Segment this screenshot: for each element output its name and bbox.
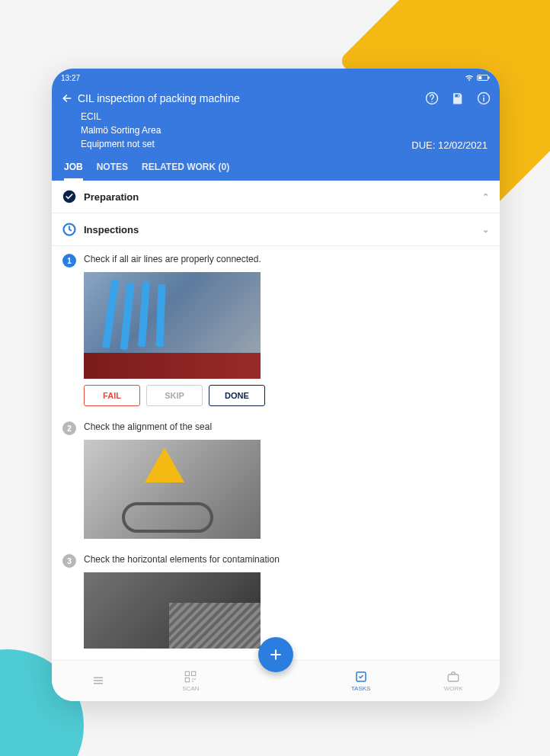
done-button[interactable]: DONE <box>209 385 265 406</box>
tab-related-work[interactable]: RELATED WORK (0) <box>142 162 229 181</box>
nav-menu[interactable] <box>75 674 121 689</box>
tablet-frame: 13:27 CIL inspection of packing machine <box>52 69 500 701</box>
status-bar: 13:27 <box>52 69 500 85</box>
status-time: 13:27 <box>61 74 80 82</box>
tab-job[interactable]: JOB <box>64 162 83 181</box>
help-icon[interactable] <box>425 91 439 105</box>
battery-icon <box>477 74 491 82</box>
meta-equipment: Equipment not set <box>81 137 161 151</box>
tasks-icon <box>354 670 368 684</box>
step-number-badge: 2 <box>62 421 76 435</box>
section-label: Inspections <box>84 224 475 235</box>
chevron-down-icon: ⌄ <box>482 225 489 235</box>
step-image[interactable] <box>84 572 261 649</box>
meta-code: ECIL <box>81 110 161 123</box>
page-title: CIL inspection of packing machine <box>78 92 420 104</box>
svg-rect-15 <box>186 671 190 675</box>
step-text: Check if all air lines are properly conn… <box>84 254 489 267</box>
svg-point-4 <box>431 101 433 102</box>
back-button[interactable] <box>61 92 73 104</box>
inspection-step: 3 Check the horizontal elements for cont… <box>52 546 500 568</box>
section-inspections[interactable]: Inspections ⌄ <box>52 213 500 246</box>
step-text: Check the horizontal elements for contam… <box>84 554 489 568</box>
svg-point-7 <box>483 95 484 97</box>
tab-notes[interactable]: NOTES <box>97 162 128 181</box>
section-label: Preparation <box>84 191 475 203</box>
nav-label: TASKS <box>351 685 371 692</box>
add-fab-button[interactable] <box>258 637 293 672</box>
save-icon[interactable] <box>451 91 465 105</box>
step-number-badge: 1 <box>62 254 76 267</box>
nav-label: WORK <box>444 685 463 692</box>
warning-sign-icon <box>145 447 184 482</box>
step-image[interactable] <box>84 440 261 539</box>
clock-icon <box>62 223 76 236</box>
due-date: DUE: 12/02/2021 <box>411 139 491 151</box>
main-content: Preparation ⌃ Inspections ⌄ 1 Check if a… <box>52 181 500 660</box>
svg-rect-2 <box>478 76 481 79</box>
step-text: Check the alignment of the seal <box>84 421 489 435</box>
menu-icon <box>91 674 105 687</box>
svg-rect-1 <box>488 77 489 79</box>
wifi-icon <box>465 74 474 82</box>
inspection-step: 2 Check the alignment of the seal <box>52 414 500 435</box>
qr-icon <box>184 670 197 684</box>
info-icon[interactable] <box>477 91 491 105</box>
check-circle-icon <box>62 190 76 203</box>
section-preparation[interactable]: Preparation ⌃ <box>52 181 500 213</box>
header-tabs: JOB NOTES RELATED WORK (0) <box>61 154 491 181</box>
svg-rect-18 <box>193 678 194 680</box>
chevron-up-icon: ⌃ <box>482 192 489 202</box>
svg-rect-17 <box>186 678 190 682</box>
inspection-step: 1 Check if all air lines are properly co… <box>52 246 500 267</box>
app-header: CIL inspection of packing machine ECIL M… <box>52 85 500 181</box>
nav-tasks[interactable]: TASKS <box>338 670 384 692</box>
step-actions: FAIL SKIP DONE <box>84 385 500 406</box>
skip-button[interactable]: SKIP <box>146 385 203 406</box>
step-image[interactable] <box>84 272 261 379</box>
nav-scan[interactable]: SCAN <box>168 670 213 692</box>
briefcase-icon <box>446 670 460 684</box>
svg-rect-19 <box>195 678 197 680</box>
fail-button[interactable]: FAIL <box>84 385 140 406</box>
header-meta: ECIL Malmö Sorting Area Equipment not se… <box>81 110 161 151</box>
svg-rect-20 <box>193 681 194 682</box>
svg-rect-22 <box>448 674 459 681</box>
nav-work[interactable]: WORK <box>430 670 476 692</box>
svg-rect-16 <box>192 671 196 675</box>
meta-location: Malmö Sorting Area <box>81 123 161 137</box>
nav-label: SCAN <box>182 685 199 692</box>
step-number-badge: 3 <box>62 554 76 568</box>
status-indicators <box>465 74 491 82</box>
